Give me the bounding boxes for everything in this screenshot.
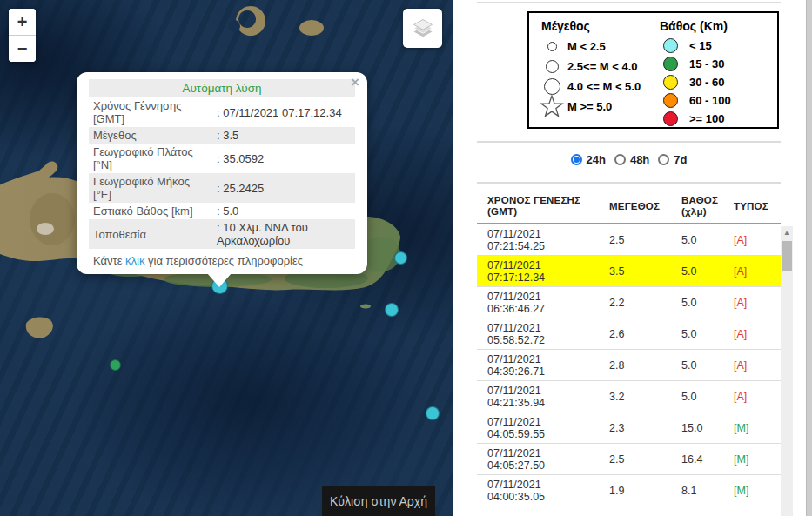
time-filter-24h[interactable]: 24h [571,153,606,166]
popup-click-link[interactable]: κλικ [125,254,144,267]
legend-item-label: 2.5<= M < 4.0 [567,60,638,73]
table-scrollbar-thumb[interactable] [782,241,792,271]
cell-time: 07/11/2021 05:58:52.72 [477,322,599,346]
popup-footer: Κάντε κλικ για περισσότερες πληροφορίες [89,249,355,269]
close-icon[interactable]: × [351,75,359,90]
cell-type: [A] [725,391,781,403]
legend-magnitude-column: Μέγεθος M < 2.52.5<= M < 4.04.0 <= M < 5… [540,17,641,117]
time-filter-7d[interactable]: 7d [658,153,687,166]
popup-row-label: Χρόνος Γέννησης [GMT] [89,97,212,127]
depth-circle-box [658,111,682,126]
depth-circle-icon [663,93,678,108]
legend-item-label: 4.0 <= M < 5.0 [567,80,641,93]
cell-magnitude: 2.8 [599,359,673,372]
legend-item-label: 30 - 60 [689,76,724,89]
islet [360,305,371,309]
earthquake-marker[interactable] [394,251,407,265]
popup-row-label: Τοποθεσία [89,219,212,249]
cell-depth: 5.0 [673,328,725,340]
table-row[interactable]: 07/11/2021 04:39:26.712.85.0[A] [477,350,781,381]
depth-circle-icon [663,38,678,53]
scroll-to-top-button[interactable]: Κύλιση στην Αρχή [322,486,435,516]
island-santorini [236,6,265,36]
popup-row-value: : 10 Χλμ. ΝΝΔ του Αρκαλοχωρίου [212,219,355,249]
cell-type: [A] [725,328,781,340]
table-row[interactable]: 07/11/2021 05:58:52.722.65.0[A] [477,318,781,350]
cell-time: 07/11/2021 04:00:35.05 [477,479,599,503]
popup-row-value: : 5.0 [212,203,355,219]
legend-item-depth: < 15 [658,37,731,55]
cell-time: 07/11/2021 07:21:54.25 [477,228,599,252]
layers-control[interactable] [403,9,442,48]
column-header[interactable]: ΒΑΘΟΣ (χλμ) [673,195,725,218]
popup-row-value: : 35.0592 [212,144,355,173]
popup-row: Μέγεθος: 3.5 [89,127,355,144]
magnitude-circle-icon [544,78,560,95]
legend-item-label: >= 100 [689,112,725,125]
depth-circle-icon [663,111,678,126]
table-header-row: ΧΡΟΝΟΣ ΓΕΝΕΣΗΣ (GMT)ΜΕΓΕΘΟΣΒΑΘΟΣ (χλμ)ΤΥ… [477,190,781,224]
cell-depth: 16.4 [673,453,725,466]
footer-text: για περισσότερες πληροφορίες [144,254,303,267]
table-row[interactable]: 07/11/2021 07:17:12.343.55.0[A] [477,256,781,287]
magnitude-circle-icon [546,60,559,73]
table-row[interactable]: 07/11/2021 04:05:59.552.315.0[M] [477,412,781,444]
table-row[interactable]: 07/11/2021 04:05:27.502.516.4[M] [477,444,781,475]
radio-label: 7d [674,153,687,166]
page: + − × Αυτόματη λύση Χρόνος Γέννησης [GMT… [0,0,812,516]
cell-depth: 5.0 [673,359,725,372]
cell-magnitude: 3.2 [599,391,673,403]
popup-row: Γεωγραφικό Πλάτος [°N]: 35.0592 [89,144,355,173]
zoom-in-button[interactable]: + [9,9,36,35]
divider [477,141,781,143]
radio-button[interactable] [614,154,626,165]
popup-row-value: : 3.5 [212,127,355,144]
page-scrollbar[interactable] [806,0,812,516]
earthquake-marker[interactable] [385,303,399,317]
legend-depth-title: Βάθος (Km) [660,19,731,33]
popup-row: Γεωγραφικό Μήκος [°E]: 25.2425 [89,173,355,203]
legend-item-depth: >= 100 [658,110,731,128]
scroll-up-arrow-icon[interactable]: ▲ [781,226,793,239]
depth-circle-box [658,75,682,90]
magnitude-circle-box [540,78,564,95]
legend-depth-column: Βάθος (Km) < 1515 - 3030 - 6060 - 100>= … [658,17,731,128]
popup-title: Αυτόματη λύση [89,79,355,97]
cell-magnitude: 2.5 [599,453,673,466]
right-panel: Μέγεθος M < 2.52.5<= M < 4.04.0 <= M < 5… [453,0,812,516]
table-row[interactable]: 07/11/2021 07:21:54.252.55.0[A] [477,224,781,256]
column-header[interactable]: ΜΕΓΕΘΟΣ [599,201,673,212]
popup-tail [207,273,232,287]
map-popup: × Αυτόματη λύση Χρόνος Γέννησης [GMT]: 0… [77,72,367,274]
depth-circle-box [658,38,682,53]
cell-time: 07/11/2021 04:05:27.50 [477,447,599,472]
cell-depth: 5.0 [673,297,725,309]
earthquake-marker[interactable] [110,359,121,371]
island-anafi [299,20,324,36]
cell-depth: 5.0 [673,234,725,246]
legend-item-depth: 30 - 60 [658,73,731,91]
radio-button[interactable] [571,154,582,165]
table-scrollbar[interactable]: ▲ [781,226,793,516]
popup-row: Τοποθεσία: 10 Χλμ. ΝΝΔ του Αρκαλοχωρίου [89,219,355,249]
legend-item-label: M < 2.5 [567,40,606,53]
magnitude-circle-box [540,42,564,51]
column-header[interactable]: ΤΥΠΟΣ [725,201,781,212]
time-filter-48h[interactable]: 48h [614,153,649,166]
radio-button[interactable] [658,154,669,165]
map[interactable]: + − × Αυτόματη λύση Χρόνος Γέννησης [GMT… [0,0,453,516]
depth-circle-box [658,93,682,108]
zoom-out-button[interactable]: − [9,36,36,62]
table-row[interactable]: 07/11/2021 04:21:35.943.25.0[A] [477,381,781,412]
cell-magnitude: 3.5 [599,265,673,278]
cell-magnitude: 2.3 [599,422,673,434]
layers-icon [411,17,435,41]
divider [477,2,781,3]
column-header[interactable]: ΧΡΟΝΟΣ ΓΕΝΕΣΗΣ (GMT) [477,195,599,218]
table-row[interactable]: 07/11/2021 04:00:35.051.98.1[M] [477,475,781,506]
earthquake-marker[interactable] [426,406,440,420]
footer-text: Κάντε [93,254,125,267]
cell-time: 07/11/2021 06:36:46.27 [477,291,599,315]
table-row[interactable]: 07/11/2021 06:36:46.272.25.0[A] [477,287,781,318]
magnitude-circle-icon [547,42,557,51]
